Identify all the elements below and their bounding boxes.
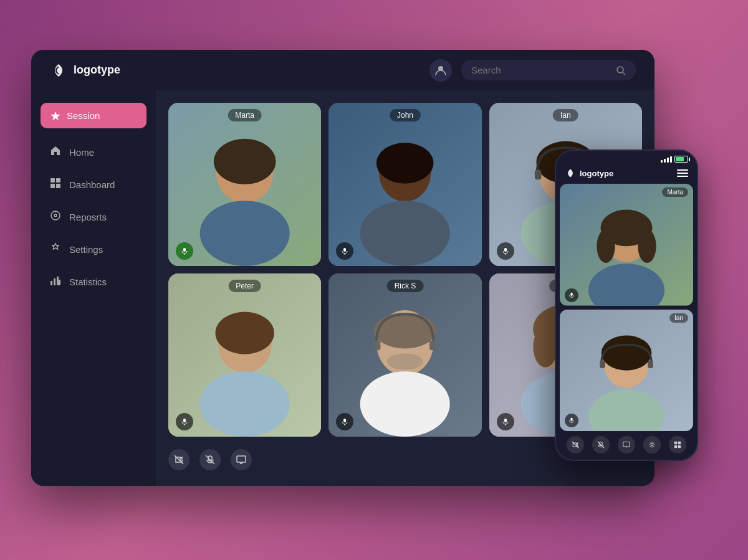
screen-share-button[interactable] — [231, 449, 252, 470]
session-button[interactable]: Session — [41, 103, 146, 128]
svg-point-1 — [617, 67, 623, 73]
mobile-marta-mic — [565, 288, 578, 302]
svg-rect-25 — [343, 248, 346, 252]
svg-rect-6 — [50, 184, 55, 188]
user-avatar[interactable] — [429, 59, 452, 82]
svg-point-17 — [214, 139, 276, 184]
sidebar-item-reports[interactable]: Reposrts — [41, 202, 146, 232]
svg-point-44 — [360, 371, 450, 437]
mobile-controls — [556, 431, 697, 460]
svg-rect-48 — [343, 419, 346, 422]
sidebar-item-home[interactable]: Home — [41, 138, 146, 167]
mobile-topbar: logotype — [556, 165, 697, 184]
mobile-settings-button[interactable] — [643, 436, 661, 453]
svg-rect-13 — [57, 277, 59, 285]
search-input[interactable] — [471, 65, 610, 75]
svg-point-18 — [200, 201, 290, 266]
star-icon — [50, 111, 60, 121]
statistics-icon — [49, 275, 62, 289]
peter-mic — [176, 413, 193, 430]
video-cell-john: John — [328, 103, 481, 266]
svg-rect-85 — [674, 442, 678, 445]
svg-rect-62 — [237, 456, 246, 462]
svg-point-47 — [387, 353, 423, 369]
mobile-mockup: logotype — [555, 149, 698, 461]
svg-marker-3 — [50, 112, 60, 120]
john-name: John — [390, 109, 421, 121]
svg-rect-39 — [183, 419, 186, 422]
svg-point-53 — [533, 326, 557, 368]
svg-rect-77 — [648, 360, 653, 368]
mobile-marta-name: Marta — [662, 187, 688, 197]
svg-rect-19 — [183, 248, 186, 252]
camera-off-button[interactable] — [168, 449, 189, 470]
signal-bars — [661, 156, 672, 163]
svg-rect-88 — [678, 445, 681, 448]
mobile-grid-button[interactable] — [669, 436, 686, 453]
svg-point-37 — [216, 312, 274, 354]
mobile-video-cell-ian: Ian — [560, 310, 693, 432]
svg-point-69 — [638, 229, 656, 263]
svg-line-2 — [623, 72, 625, 75]
marta-video — [168, 103, 321, 266]
svg-rect-86 — [678, 442, 681, 445]
svg-rect-31 — [535, 169, 541, 179]
svg-rect-12 — [54, 278, 55, 285]
peter-name: Peter — [228, 280, 261, 292]
rose-mic — [497, 413, 514, 430]
svg-rect-87 — [674, 445, 678, 448]
home-icon — [49, 145, 62, 159]
dashboard-icon — [49, 178, 62, 192]
svg-rect-71 — [570, 292, 572, 295]
sidebar: Session Home — [31, 90, 156, 486]
user-icon — [434, 64, 447, 77]
topbar-right — [429, 59, 636, 82]
battery-icon — [674, 156, 688, 163]
ian-name: Ian — [553, 109, 578, 121]
video-cell-rick: Rick S — [328, 273, 481, 437]
svg-point-38 — [200, 371, 290, 437]
mobile-video-cell-marta: Marta — [560, 184, 693, 306]
sidebar-item-statistics[interactable]: Statistics — [41, 267, 146, 297]
svg-rect-5 — [56, 178, 60, 183]
svg-rect-57 — [504, 419, 507, 422]
mobile-status-bar — [556, 151, 697, 165]
mobile-ian-mic — [565, 414, 578, 427]
svg-rect-76 — [600, 360, 605, 368]
svg-rect-33 — [504, 248, 507, 252]
svg-point-68 — [597, 229, 615, 263]
video-cell-peter: Peter — [168, 273, 321, 437]
mic-off-button[interactable] — [199, 449, 221, 470]
svg-point-24 — [360, 201, 450, 266]
svg-point-9 — [54, 214, 57, 217]
marta-mic — [176, 242, 193, 260]
search-icon — [616, 65, 626, 75]
logo: logotype — [50, 62, 120, 79]
mobile-camera-off-button[interactable] — [567, 436, 584, 453]
marta-name: Marta — [228, 109, 262, 121]
svg-rect-82 — [623, 442, 630, 447]
rick-name: Rick S — [387, 280, 424, 292]
svg-rect-78 — [570, 418, 572, 421]
mobile-mic-off-button[interactable] — [592, 436, 610, 453]
logo-icon — [50, 62, 67, 79]
svg-point-74 — [602, 335, 652, 370]
svg-rect-7 — [56, 184, 60, 188]
sidebar-item-settings[interactable]: Settings — [41, 235, 146, 264]
video-cell-marta: Marta — [168, 103, 321, 266]
svg-rect-11 — [50, 281, 52, 285]
search-bar[interactable] — [461, 60, 636, 80]
hamburger-menu[interactable] — [677, 169, 688, 177]
ian-mic — [497, 242, 514, 260]
svg-rect-46 — [429, 340, 436, 350]
mobile-ian-name: Ian — [669, 313, 688, 323]
svg-rect-4 — [50, 178, 55, 183]
sidebar-item-dashboard[interactable]: Dashboard — [41, 170, 146, 199]
mobile-screen-share-button[interactable] — [618, 436, 635, 453]
mobile-logo-icon — [565, 168, 576, 179]
svg-point-8 — [51, 211, 60, 220]
svg-point-43 — [374, 313, 436, 349]
settings-icon — [49, 242, 62, 257]
svg-rect-14 — [59, 280, 60, 285]
reports-icon — [49, 210, 62, 224]
